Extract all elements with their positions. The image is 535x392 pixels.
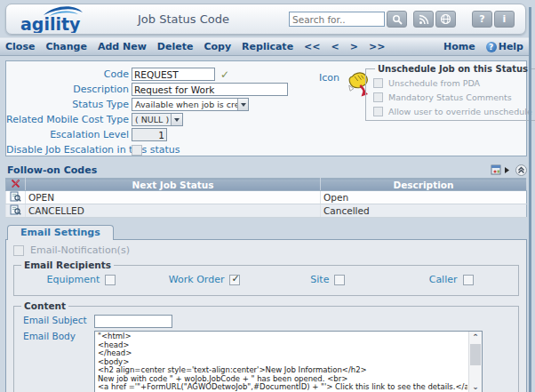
- email-subject-label: Email Subject: [20, 315, 94, 328]
- search-icon: [392, 14, 403, 25]
- allow-override-unschedule-checkbox: [373, 107, 383, 116]
- escalation-level-field[interactable]: [132, 128, 167, 141]
- info-icon: i: [503, 13, 507, 25]
- caller-checkbox[interactable]: [463, 275, 474, 285]
- email-notification-label: Email-Notification(s): [30, 244, 130, 256]
- column-header-next-job-status: Next Job Status: [26, 179, 321, 191]
- email-notification-checkbox: [13, 245, 24, 256]
- status-type-select[interactable]: Available when job is created: [132, 98, 249, 111]
- search-zone: ? i: [289, 11, 515, 28]
- tab-bar: Email Settings: [5, 225, 527, 240]
- escalation-level-label: Escalation Level: [6, 129, 129, 140]
- chevron-down-icon: [237, 99, 248, 110]
- help-button[interactable]: ?: [472, 11, 492, 28]
- email-body-field[interactable]: "<html> <head> </head> <body> <h2 align=…: [94, 331, 483, 392]
- icon-label: Icon: [319, 72, 339, 84]
- first-record-button[interactable]: <<: [299, 41, 325, 52]
- description-field[interactable]: [132, 83, 288, 96]
- delete-column-header: [6, 179, 26, 191]
- email-body-label: Email Body: [20, 331, 94, 392]
- home-link[interactable]: Home: [438, 41, 481, 52]
- content-area: Code ✓ Description Status Type Available…: [5, 59, 527, 392]
- equipment-checkbox[interactable]: [105, 275, 116, 285]
- search-button[interactable]: [387, 11, 407, 28]
- mandatory-status-comments-checkbox: [373, 92, 383, 102]
- chevron-down-icon: [171, 114, 182, 125]
- last-record-button[interactable]: >>: [363, 41, 390, 52]
- email-body-scrollbar[interactable]: ⌃ ⌄: [468, 332, 482, 392]
- view-record-icon[interactable]: [10, 191, 21, 202]
- next-record-button[interactable]: >: [345, 41, 363, 52]
- status-type-value: Available when job is created: [132, 99, 237, 110]
- next-job-status-cell[interactable]: CANCELLED: [26, 204, 321, 218]
- mandatory-status-comments-label: Mandatory Status Comments: [388, 92, 512, 102]
- delete-button[interactable]: Delete: [152, 41, 199, 52]
- email-body-text[interactable]: "<html> <head> </head> <body> <h2 align=…: [98, 332, 467, 392]
- globe-button[interactable]: [435, 11, 456, 28]
- site-label: Site: [310, 274, 329, 285]
- feed-icon: [419, 14, 429, 25]
- help-link[interactable]: Help: [499, 41, 529, 52]
- delete-link-icon: [11, 179, 20, 188]
- job-status-form-panel: Code ✓ Description Status Type Available…: [5, 60, 527, 156]
- add-new-button[interactable]: Add New: [92, 41, 152, 52]
- equipment-label: Equipment: [47, 274, 100, 285]
- question-icon: ?: [479, 13, 484, 25]
- search-input[interactable]: [289, 12, 385, 27]
- related-mobile-cost-type-select[interactable]: ( NULL ): [132, 113, 183, 126]
- tab-email-settings[interactable]: Email Settings: [7, 225, 114, 240]
- export-icon[interactable]: [491, 164, 503, 176]
- unschedule-from-pda-checkbox: [373, 78, 383, 88]
- view-record-icon[interactable]: [10, 204, 21, 215]
- email-settings-panel: Email-Notification(s) Email Recipients E…: [5, 239, 527, 392]
- table-row[interactable]: CANCELLED Cancelled: [6, 204, 527, 218]
- site-checkbox[interactable]: [334, 275, 345, 285]
- icon-field: Icon: [319, 72, 371, 99]
- description-cell[interactable]: Open: [321, 191, 527, 204]
- header-bar: agility Job Status Code: [5, 4, 526, 35]
- caller-label: Caller: [429, 274, 458, 285]
- agility-wave-icon: agility: [17, 6, 109, 33]
- next-job-status-cell[interactable]: OPEN: [26, 191, 321, 204]
- scrollbar-thumb[interactable]: [470, 344, 481, 365]
- column-header-description: Description: [321, 179, 527, 191]
- email-recipients-legend: Email Recipients: [21, 260, 114, 270]
- status-type-label: Status Type: [6, 99, 129, 110]
- description-cell[interactable]: Cancelled: [321, 204, 527, 218]
- work-order-label: Work Order: [169, 274, 225, 285]
- followon-title: Follow-on Codes: [7, 164, 97, 176]
- content-legend: Content: [21, 300, 68, 311]
- unschedule-legend: Unschedule Job on this Status: [375, 64, 531, 74]
- feed-button[interactable]: [413, 11, 434, 28]
- description-label: Description: [6, 84, 129, 95]
- prev-record-button[interactable]: <: [326, 41, 345, 52]
- help-circle-icon: ?: [486, 42, 497, 52]
- globe-icon: [440, 13, 451, 25]
- related-mobile-cost-type-value: ( NULL ): [132, 114, 171, 125]
- collapse-section-icon[interactable]: [515, 164, 527, 176]
- email-subject-field[interactable]: [94, 315, 172, 328]
- table-row[interactable]: OPEN Open: [6, 191, 527, 204]
- job-status-code-page: agility Job Status Code: [0, 0, 535, 392]
- agility-logo: agility: [17, 6, 109, 33]
- scroll-up-icon[interactable]: ⌃: [469, 332, 482, 341]
- replicate-button[interactable]: Replicate: [236, 41, 299, 52]
- scroll-down-icon[interactable]: ⌄: [469, 382, 482, 391]
- svg-text:agility: agility: [20, 14, 81, 33]
- close-button[interactable]: Close: [0, 41, 40, 52]
- code-field[interactable]: [132, 68, 215, 81]
- followon-section-header: Follow-on Codes: [5, 163, 527, 177]
- change-button[interactable]: Change: [40, 41, 92, 52]
- page-title: Job Status Code: [138, 12, 229, 26]
- email-recipients-fieldset: Email Recipients Equipment Work Order Si…: [13, 260, 519, 296]
- followon-header-row: Next Job Status Description: [6, 179, 527, 191]
- validated-check-icon: ✓: [220, 68, 229, 81]
- unschedule-from-pda-label: Unschedule from PDA: [388, 78, 480, 88]
- disable-escalation-checkbox: [132, 145, 142, 156]
- unschedule-fieldset: Unschedule Job on this Status Unschedule…: [365, 64, 535, 121]
- copy-button[interactable]: Copy: [198, 41, 236, 52]
- info-button[interactable]: i: [494, 11, 515, 28]
- work-order-checkbox[interactable]: [229, 275, 240, 285]
- code-label: Code: [6, 68, 129, 80]
- expand-arrow-icon[interactable]: [504, 166, 510, 174]
